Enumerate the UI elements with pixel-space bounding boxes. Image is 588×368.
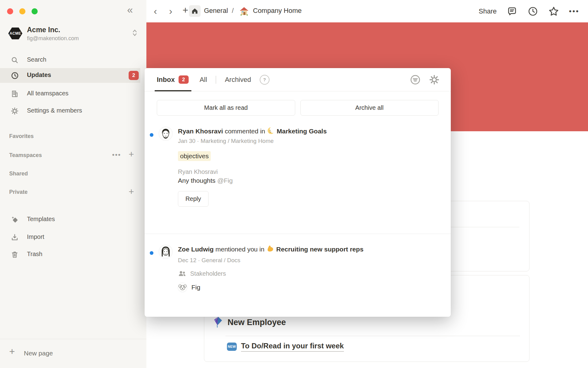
page-link-label: To Do/Read in your first week [241, 342, 344, 352]
topbar-actions: Share ••• [479, 0, 588, 22]
sidebar-section-favorites[interactable]: Favorites [9, 133, 34, 140]
comment-text-main: Any thoughts [178, 177, 217, 184]
new-tab-plus-icon[interactable]: + [183, 4, 188, 16]
forward-button[interactable]: › [169, 5, 172, 17]
search-icon [10, 56, 19, 64]
workspace-switcher[interactable]: ACME Acme Inc. fig@makenotion.com [0, 26, 146, 45]
sidebar-item-search[interactable]: Search [0, 53, 146, 67]
property-label: Stakeholders [190, 270, 226, 277]
person-name: Fig [191, 284, 200, 291]
settings-gear-icon[interactable] [429, 74, 440, 85]
sidebar-item-settings-members[interactable]: Settings & members [0, 104, 146, 118]
trash-icon [10, 250, 19, 259]
sidebar-item-trash[interactable]: Trash [0, 247, 146, 262]
clock-icon [10, 71, 19, 80]
share-button[interactable]: Share [479, 7, 497, 15]
notification-divider [145, 234, 451, 234]
comment-text: Any thoughts @Fig [178, 177, 392, 184]
mention-fig: @Fig [217, 177, 233, 184]
archive-all-button[interactable]: Archive all [300, 100, 439, 116]
sidebar-section-private[interactable]: Private [9, 189, 28, 195]
kite-emoji [213, 316, 223, 328]
workspace-email: fig@makenotion.com [27, 35, 79, 42]
tab-inbox[interactable]: Inbox [157, 76, 175, 84]
bulk-actions: Mark all as read Archive all [157, 100, 439, 116]
title-divider [225, 336, 520, 336]
sidebar: « ACME Acme Inc. fig@makenotion.com Sear… [0, 0, 146, 368]
gear-icon [10, 107, 19, 115]
popup-header: Inbox 2 All Archived ? [145, 68, 451, 91]
home-button[interactable] [189, 5, 201, 17]
zoom-window-button[interactable] [32, 8, 38, 14]
action-text: mentioned you in [214, 246, 266, 253]
avatar-ryan [159, 127, 172, 140]
more-options-icon[interactable]: ••• [569, 7, 579, 16]
sidebar-item-all-teamspaces[interactable]: All teamspaces [0, 86, 146, 101]
reply-button[interactable]: Reply [178, 191, 209, 207]
sidebar-section-teamspaces[interactable]: Teamspaces [9, 152, 42, 159]
comments-icon[interactable] [507, 6, 518, 17]
close-window-button[interactable] [7, 8, 13, 14]
sidebar-item-import[interactable]: Import [0, 230, 146, 245]
page-name: Recruiting new support reps [276, 246, 364, 253]
home-icon [191, 7, 199, 15]
help-icon[interactable]: ? [260, 75, 270, 85]
breadcrumb-separator: / [232, 7, 234, 15]
notification-meta: Jan 30 · Marketing / Marketing Home [178, 138, 392, 144]
notification-body: Ryan Khosravi commented in Marketing Goa… [178, 126, 392, 207]
sidebar-item-label: Search [27, 56, 46, 63]
sidebar-item-updates[interactable]: Updates 2 [0, 68, 140, 83]
templates-icon [10, 215, 19, 224]
back-button[interactable]: ‹ [154, 5, 157, 17]
collapse-sidebar-icon[interactable]: « [127, 4, 133, 15]
building-icon [10, 90, 19, 98]
page-link-to-do-read[interactable]: NEW To Do/Read in your first week [227, 342, 344, 352]
koala-avatar [178, 283, 187, 292]
highlighted-text: objectives [178, 151, 211, 161]
notification-meta: Dec 12 · General / Docs [178, 257, 392, 264]
notification-body: Zoe Ludwig mentioned you in Recruiting n… [178, 244, 392, 292]
favorite-star-icon[interactable] [548, 6, 559, 17]
breadcrumb-root[interactable]: General [204, 7, 228, 15]
teamspaces-add-icon[interactable]: + [129, 150, 134, 159]
comment-author: Ryan Khosravi [178, 168, 392, 175]
inbox-count-badge: 2 [179, 75, 189, 84]
window-controls [7, 8, 38, 14]
workspace-logo: ACME [8, 27, 22, 40]
breadcrumb-page[interactable]: Company Home [253, 7, 302, 15]
sidebar-item-label: Import [27, 233, 44, 240]
tab-all[interactable]: All [200, 76, 207, 84]
notification-title: Zoe Ludwig mentioned you in Recruiting n… [178, 244, 392, 254]
plus-icon: + [9, 347, 15, 356]
biceps-emoji [266, 244, 274, 253]
teamspaces-more-icon[interactable]: ••• [112, 151, 121, 159]
unread-dot [150, 133, 153, 137]
sidebar-item-label: Templates [27, 216, 55, 223]
moon-emoji [267, 127, 275, 135]
sidebar-divider [0, 339, 146, 339]
minimize-window-button[interactable] [19, 8, 25, 14]
user-name: Ryan Khosravi [178, 128, 223, 135]
person-row: Fig [178, 283, 392, 292]
new-page-label: New page [24, 350, 53, 357]
avatar-zoe [159, 245, 172, 259]
chevron-up-down-icon [132, 29, 138, 37]
filter-menu-icon[interactable] [410, 74, 421, 85]
sidebar-item-templates[interactable]: Templates [0, 212, 146, 227]
mark-all-as-read-button[interactable]: Mark all as read [157, 100, 295, 116]
tab-archived[interactable]: Archived [225, 76, 251, 84]
sidebar-item-label: Updates [27, 71, 51, 79]
page-history-clock-icon[interactable] [527, 6, 538, 17]
notification-title: Ryan Khosravi commented in Marketing Goa… [178, 126, 392, 136]
private-add-icon[interactable]: + [129, 187, 134, 196]
page-title: New Employee [228, 318, 286, 327]
house-emoji [239, 6, 249, 16]
page-name: Marketing Goals [277, 128, 326, 135]
sidebar-item-label: Settings & members [27, 107, 82, 114]
new-button-emoji: NEW [227, 343, 237, 351]
updates-unread-badge: 2 [129, 71, 139, 80]
active-tab-underline [155, 90, 191, 91]
sidebar-section-shared[interactable]: Shared [9, 171, 28, 177]
sidebar-item-label: All teamspaces [27, 90, 69, 97]
topbar: ‹ › + General / Company Home Share ••• [146, 0, 588, 23]
